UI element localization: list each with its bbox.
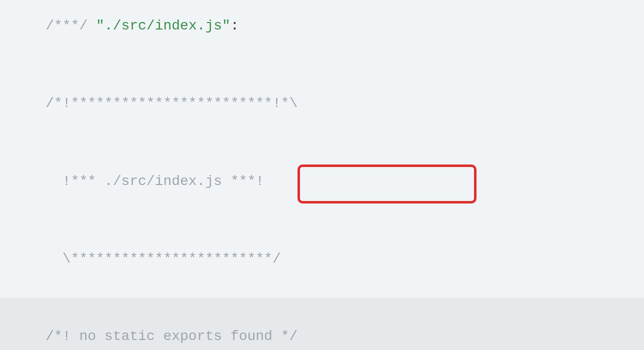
comment-token: /*! no static exports found */ [46,328,298,344]
string-token: "./src/index.js" [96,18,230,34]
code-line: \************************/ [0,220,644,298]
punct-token: : [230,18,239,34]
code-line: !*** ./src/index.js ***! [0,142,644,220]
comment-token: /*!************************!*\ [46,96,298,111]
comment-token: \************************/ [46,251,280,266]
code-line-highlighted: /*! no static exports found */ [0,298,644,350]
code-line: /***/ "./src/index.js": [0,0,644,64]
comment-token: /***/ [46,18,88,34]
code-editor-viewport[interactable]: /***/ "./src/index.js": /*!*************… [0,0,644,350]
code-line: /*!************************!*\ [0,64,644,142]
whitespace [88,18,96,34]
comment-token: !*** ./src/index.js ***! [46,174,264,189]
